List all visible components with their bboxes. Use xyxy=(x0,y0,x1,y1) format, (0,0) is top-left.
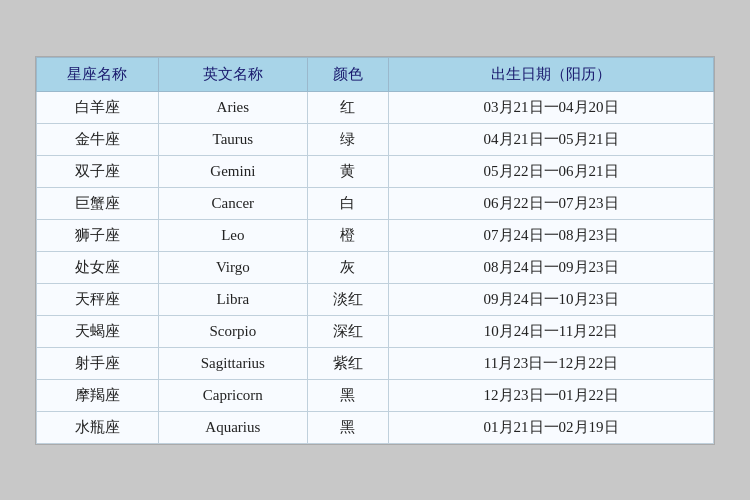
cell-chinese-name: 金牛座 xyxy=(37,123,159,155)
cell-color: 灰 xyxy=(307,251,388,283)
cell-english-name: Virgo xyxy=(158,251,307,283)
table-row: 双子座Gemini黄05月22日一06月21日 xyxy=(37,155,714,187)
cell-english-name: Aries xyxy=(158,91,307,123)
cell-color: 深红 xyxy=(307,315,388,347)
cell-chinese-name: 双子座 xyxy=(37,155,159,187)
cell-english-name: Cancer xyxy=(158,187,307,219)
cell-date: 12月23日一01月22日 xyxy=(389,379,714,411)
header-english-name: 英文名称 xyxy=(158,57,307,91)
zodiac-table-container: 星座名称 英文名称 颜色 出生日期（阳历） 白羊座Aries红03月21日一04… xyxy=(35,56,715,445)
table-body: 白羊座Aries红03月21日一04月20日金牛座Taurus绿04月21日一0… xyxy=(37,91,714,443)
cell-date: 08月24日一09月23日 xyxy=(389,251,714,283)
cell-color: 红 xyxy=(307,91,388,123)
cell-date: 09月24日一10月23日 xyxy=(389,283,714,315)
cell-english-name: Capricorn xyxy=(158,379,307,411)
cell-color: 紫红 xyxy=(307,347,388,379)
table-row: 射手座Sagittarius紫红11月23日一12月22日 xyxy=(37,347,714,379)
cell-english-name: Libra xyxy=(158,283,307,315)
table-row: 水瓶座Aquarius黑01月21日一02月19日 xyxy=(37,411,714,443)
table-row: 处女座Virgo灰08月24日一09月23日 xyxy=(37,251,714,283)
cell-chinese-name: 狮子座 xyxy=(37,219,159,251)
header-date: 出生日期（阳历） xyxy=(389,57,714,91)
cell-chinese-name: 天蝎座 xyxy=(37,315,159,347)
cell-chinese-name: 巨蟹座 xyxy=(37,187,159,219)
cell-date: 05月22日一06月21日 xyxy=(389,155,714,187)
cell-color: 淡红 xyxy=(307,283,388,315)
header-color: 颜色 xyxy=(307,57,388,91)
table-row: 天秤座Libra淡红09月24日一10月23日 xyxy=(37,283,714,315)
cell-english-name: Taurus xyxy=(158,123,307,155)
cell-color: 黑 xyxy=(307,411,388,443)
cell-date: 11月23日一12月22日 xyxy=(389,347,714,379)
cell-english-name: Sagittarius xyxy=(158,347,307,379)
cell-color: 黑 xyxy=(307,379,388,411)
cell-english-name: Leo xyxy=(158,219,307,251)
zodiac-table: 星座名称 英文名称 颜色 出生日期（阳历） 白羊座Aries红03月21日一04… xyxy=(36,57,714,444)
cell-english-name: Aquarius xyxy=(158,411,307,443)
cell-english-name: Gemini xyxy=(158,155,307,187)
table-row: 巨蟹座Cancer白06月22日一07月23日 xyxy=(37,187,714,219)
cell-date: 03月21日一04月20日 xyxy=(389,91,714,123)
cell-date: 07月24日一08月23日 xyxy=(389,219,714,251)
cell-color: 绿 xyxy=(307,123,388,155)
cell-date: 01月21日一02月19日 xyxy=(389,411,714,443)
cell-chinese-name: 天秤座 xyxy=(37,283,159,315)
cell-english-name: Scorpio xyxy=(158,315,307,347)
table-row: 狮子座Leo橙07月24日一08月23日 xyxy=(37,219,714,251)
cell-date: 06月22日一07月23日 xyxy=(389,187,714,219)
table-row: 摩羯座Capricorn黑12月23日一01月22日 xyxy=(37,379,714,411)
table-row: 白羊座Aries红03月21日一04月20日 xyxy=(37,91,714,123)
cell-chinese-name: 射手座 xyxy=(37,347,159,379)
cell-chinese-name: 处女座 xyxy=(37,251,159,283)
table-row: 天蝎座Scorpio深红10月24日一11月22日 xyxy=(37,315,714,347)
cell-chinese-name: 白羊座 xyxy=(37,91,159,123)
cell-color: 橙 xyxy=(307,219,388,251)
cell-chinese-name: 摩羯座 xyxy=(37,379,159,411)
cell-color: 白 xyxy=(307,187,388,219)
cell-color: 黄 xyxy=(307,155,388,187)
table-header-row: 星座名称 英文名称 颜色 出生日期（阳历） xyxy=(37,57,714,91)
cell-date: 04月21日一05月21日 xyxy=(389,123,714,155)
table-row: 金牛座Taurus绿04月21日一05月21日 xyxy=(37,123,714,155)
cell-date: 10月24日一11月22日 xyxy=(389,315,714,347)
header-chinese-name: 星座名称 xyxy=(37,57,159,91)
cell-chinese-name: 水瓶座 xyxy=(37,411,159,443)
